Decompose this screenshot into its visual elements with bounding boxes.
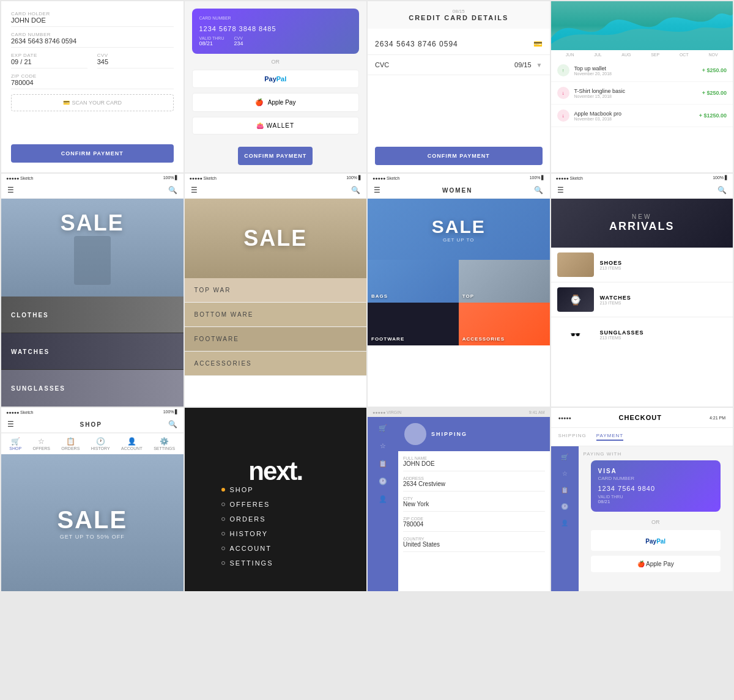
apple-pay-button[interactable]: 🍎 Apple Pay [192, 93, 360, 112]
screen-r3s4: ●●●●● CHECKOUT 4:21 PM SHIPPING PAYMENT … [551, 408, 733, 591]
battery-status: 100% ▋ [163, 175, 179, 180]
sale-text-r2s3: SALE [432, 216, 486, 237]
chevron-down-icon: ▼ [536, 62, 543, 68]
signal-dots: ●●●●● Sketch [6, 176, 34, 180]
address-value: 2634 Crestview [403, 481, 545, 487]
cat-bottom-ware[interactable]: BOTTOM WARE [185, 303, 367, 327]
visa-card-number: 1234 7564 9840 [598, 485, 714, 492]
top-label: TOP [462, 293, 474, 299]
hamburger-icon[interactable]: ☰ [7, 186, 14, 194]
screen-r1s1: Card Holder JOHN DOE Card number 2634 56… [1, 1, 184, 172]
cat-footware[interactable]: FOOTWARE [185, 327, 367, 352]
sale-hero-r2s3: SALE GET UP TO [368, 199, 550, 260]
confirm-payment-button-1[interactable]: CONFIRM PAYMENT [11, 144, 174, 163]
tab-shipping[interactable]: SHIPPING [558, 433, 587, 441]
sale-hero-r3s1: SALE GET UP TO 50% OFF [1, 454, 184, 591]
search-r2s4[interactable]: 🔍 [717, 186, 727, 194]
paypal-button[interactable]: PayPal [192, 70, 360, 88]
checkout-paypal[interactable]: PayPal [591, 530, 721, 551]
transaction-icon-2: ↓ [557, 87, 569, 99]
hamburger-r3s1[interactable]: ☰ [7, 420, 14, 429]
hamburger-r2s3[interactable]: ☰ [374, 186, 380, 194]
scan-card-button[interactable]: 💳 SCAN YOUR CARD [11, 94, 174, 111]
apple-pay-label: Apple Pay [268, 99, 296, 106]
next-menu-shop[interactable]: SHOP [221, 486, 254, 493]
shop-title-r3s1: SHOP [80, 421, 102, 428]
card-number-display-2: 1234 5678 3848 8485 [199, 25, 352, 32]
wallet-button[interactable]: 👛 WALLET [192, 117, 360, 134]
category-clothes[interactable]: CLOTHES [1, 297, 184, 333]
nav-offers[interactable]: ☆ OFFERS [33, 437, 50, 451]
status-bar-r2s2: ●●●●● Sketch 100% ▋ [185, 174, 367, 182]
cat-footware-grid[interactable]: FOOTWARE [368, 303, 459, 345]
shop-label: SHOP [9, 446, 21, 451]
product-shoes[interactable]: SHOES 213 ITEMS [551, 248, 733, 282]
hamburger-icon-r2s2[interactable]: ☰ [191, 186, 198, 194]
cat-accessories-grid[interactable]: ACCESSORIES [459, 303, 550, 345]
nav-orders[interactable]: 📋 ORDERS [61, 437, 80, 451]
cat-bags[interactable]: BAGS [368, 260, 459, 303]
card-holder-label: Card Holder [11, 11, 174, 17]
shop-icon: 🛒 [11, 437, 20, 446]
checkout-tab-bar: SHIPPING PAYMENT [551, 428, 733, 446]
sidebar-history[interactable]: 🕐 [379, 477, 387, 485]
sidebar-shop[interactable]: 🛒 [379, 424, 387, 432]
search-icon-r2s2[interactable]: 🔍 [351, 186, 360, 194]
next-account-label: ACCOUNT [230, 545, 272, 552]
cs-account[interactable]: 👤 [561, 520, 568, 526]
confirm-payment-button-3[interactable]: CONFIRM PAYMENT [375, 147, 543, 165]
cs-offers[interactable]: ☆ [562, 470, 568, 477]
hamburger-r2s4[interactable]: ☰ [557, 186, 564, 194]
cs-orders[interactable]: 📋 [561, 487, 568, 493]
tab-payment[interactable]: PAYMENT [596, 433, 623, 441]
cat-top-war[interactable]: TOP WAR [185, 278, 367, 303]
cs-history[interactable]: 🕐 [561, 503, 568, 510]
next-menu-history[interactable]: HISTORY [221, 530, 269, 537]
history-icon: 🕐 [96, 437, 105, 446]
next-menu-account[interactable]: ACCOUNT [221, 545, 272, 552]
app-nav-r3s1: ☰ SHOP 🔍 [1, 416, 184, 433]
next-logo-area: next. [248, 420, 302, 486]
arrivals-label: ARRIVALS [609, 220, 675, 233]
sunglasses-label: SUNGLASSES [11, 385, 65, 392]
status-bar-r2s1: ●●●●● Sketch 100% ▋ [1, 174, 184, 182]
valid-thru-value: 08/21 [199, 40, 224, 46]
category-sunglasses[interactable]: SUNGLASSES [1, 370, 184, 407]
search-r3s1[interactable]: 🔍 [168, 420, 177, 429]
zip-value-shipping: 780004 [403, 521, 545, 528]
shipping-header-title: SHIPPING [431, 431, 467, 437]
cat-accessories[interactable]: ACCESSORIES [185, 352, 367, 376]
nav-shop[interactable]: 🛒 SHOP [9, 437, 21, 451]
transaction-date-3: November 03, 2018 [574, 117, 694, 121]
nav-history[interactable]: 🕐 HISTORY [91, 437, 110, 451]
nav-settings[interactable]: ⚙️ SETTINGS [154, 437, 175, 451]
search-r2s3[interactable]: 🔍 [534, 186, 543, 194]
cvv-value-2: 234 [234, 40, 243, 46]
cs-shop[interactable]: 🛒 [561, 454, 568, 460]
product-watches[interactable]: ⌚ WATCHES 213 ITEMS [551, 282, 733, 317]
cat-top[interactable]: TOP [459, 260, 550, 303]
search-icon-r2s1[interactable]: 🔍 [168, 186, 177, 194]
category-watches[interactable]: WATCHES [1, 333, 184, 370]
next-menu-settings[interactable]: SETTINGS [221, 559, 273, 567]
cvv-label-2: CVV [234, 36, 243, 40]
status-bar-r3s3: ●●●●● VIRGIN 9:41 AM [368, 408, 550, 417]
zip-label-shipping: Zip Code [403, 517, 545, 521]
confirm-payment-button-2[interactable]: CONFIRM PAYMENT [238, 147, 313, 165]
app-nav-r2s3: ☰ WOMEN 🔍 [368, 182, 550, 199]
next-menu-offeres[interactable]: OFFERES [221, 501, 270, 508]
sale-subtitle-r3s1: GET UP TO 50% OFF [60, 534, 125, 540]
new-arrivals-hero: NEW ARRIVALS [551, 199, 733, 248]
checkout-apple-pay[interactable]: 🍎 Apple Pay [591, 556, 721, 572]
sidebar-star[interactable]: ☆ [380, 442, 386, 450]
sunglasses-count: 213 ITEMS [600, 336, 644, 340]
next-menu-orders[interactable]: ORDERS [221, 515, 266, 523]
nav-account[interactable]: 👤 ACCOUNT [121, 437, 143, 451]
date-top: 08/15 [375, 9, 543, 14]
product-sunglasses[interactable]: 🕶️ SUNGLASSES 213 ITEMS [551, 317, 733, 352]
status-bar-r2s4: ●●●●● Sketch 100% ▋ [551, 174, 733, 182]
visa-label: VISA [598, 468, 714, 474]
transaction-name-3: Apple Macbook pro [574, 111, 694, 117]
sidebar-account[interactable]: 👤 [379, 495, 387, 503]
sidebar-orders[interactable]: 📋 [379, 460, 387, 468]
